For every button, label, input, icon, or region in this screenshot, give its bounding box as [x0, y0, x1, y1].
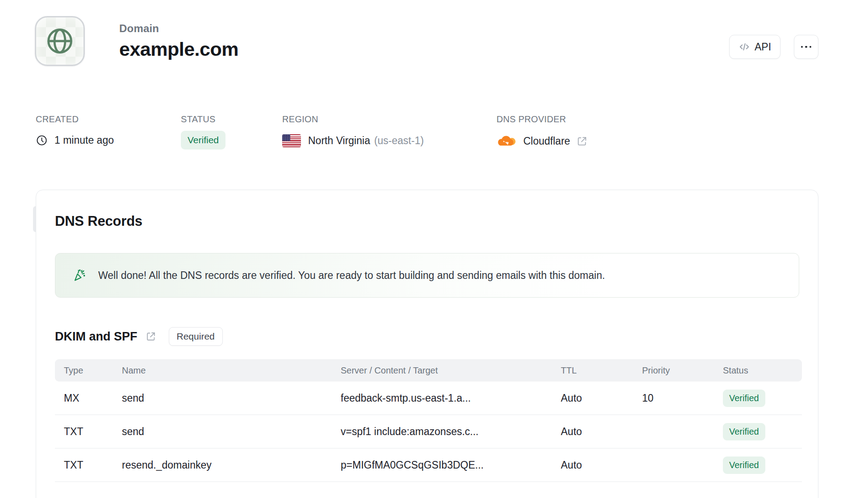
external-link-icon[interactable]: [576, 136, 588, 147]
col-header-ttl: TTL: [552, 365, 633, 376]
cell-name: send: [113, 426, 332, 438]
dkim-spf-title: DKIM and SPF: [55, 330, 138, 344]
header-actions: API: [729, 35, 818, 59]
meta-status: STATUS Verified: [181, 114, 282, 149]
party-popper-icon: [72, 268, 87, 282]
table-header-row: Type Name Server / Content / Target TTL …: [55, 359, 802, 382]
external-link-icon[interactable]: [146, 331, 156, 342]
col-header-content: Server / Content / Target: [332, 365, 552, 376]
api-button-label: API: [755, 41, 771, 53]
us-flag-icon: [282, 134, 301, 147]
cell-ttl: Auto: [552, 459, 633, 471]
meta-region: REGION North Virginia (us-east-1): [282, 114, 497, 149]
cell-content: p=MIGfMA0GCSqGSIb3DQE...: [332, 459, 552, 471]
dns-records-title: DNS Records: [55, 213, 799, 229]
cloudflare-icon: [497, 134, 517, 148]
dns-provider-value: Cloudflare: [523, 135, 570, 147]
domain-avatar: [35, 16, 85, 66]
created-value: 1 minute ago: [54, 134, 114, 146]
dns-provider-label: DNS PROVIDER: [497, 114, 588, 124]
globe-icon: [45, 26, 75, 56]
status-label: STATUS: [181, 114, 282, 124]
col-header-name: Name: [113, 365, 332, 376]
domain-header: Domain example.com: [35, 16, 238, 66]
cell-priority: 10: [633, 392, 714, 404]
status-badge: Verified: [181, 131, 225, 149]
cell-content: feedback-smtp.us-east-1.a...: [332, 392, 552, 404]
verified-badge: Verified: [723, 390, 765, 407]
api-button[interactable]: API: [729, 35, 780, 59]
table-body: MX send feedback-smtp.us-east-1.a... Aut…: [55, 382, 802, 482]
region-value: North Virginia: [308, 135, 370, 147]
cell-ttl: Auto: [552, 426, 633, 438]
domain-meta-row: CREATED 1 minute ago STATUS Verified REG…: [36, 114, 588, 149]
cell-status: Verified: [714, 456, 802, 474]
meta-dns-provider: DNS PROVIDER Cloudflare: [497, 114, 588, 149]
dns-records-card: DNS Records Well done! All the DNS recor…: [36, 190, 818, 498]
domain-eyebrow: Domain: [119, 22, 238, 35]
region-label: REGION: [282, 114, 497, 124]
cell-type: TXT: [55, 459, 113, 471]
table-row[interactable]: TXT resend._domainkey p=MIGfMA0GCSqGSIb3…: [55, 448, 802, 482]
more-options-button[interactable]: [794, 35, 818, 59]
page-title: example.com: [119, 38, 238, 60]
success-banner-text: Well done! All the DNS records are verif…: [98, 270, 605, 282]
col-header-type: Type: [55, 365, 113, 376]
verified-badge: Verified: [723, 456, 765, 474]
cell-type: MX: [55, 392, 113, 404]
cell-type: TXT: [55, 426, 113, 438]
ellipsis-icon: [801, 46, 803, 48]
verified-badge: Verified: [723, 423, 765, 440]
dns-records-table: Type Name Server / Content / Target TTL …: [55, 359, 802, 482]
cell-status: Verified: [714, 423, 802, 440]
cell-name: resend._domainkey: [113, 459, 332, 471]
col-header-status: Status: [714, 365, 802, 376]
code-icon: [739, 41, 750, 53]
cell-content: v=spf1 include:amazonses.c...: [332, 426, 552, 438]
clock-icon: [36, 134, 48, 146]
table-row[interactable]: TXT send v=spf1 include:amazonses.c... A…: [55, 415, 802, 448]
created-label: CREATED: [36, 114, 181, 124]
table-row[interactable]: MX send feedback-smtp.us-east-1.a... Aut…: [55, 382, 802, 415]
cell-ttl: Auto: [552, 392, 633, 404]
cell-name: send: [113, 392, 332, 404]
region-code: (us-east-1): [374, 135, 424, 147]
dkim-spf-section-header: DKIM and SPF Required: [55, 327, 799, 346]
cell-status: Verified: [714, 390, 802, 407]
success-banner: Well done! All the DNS records are verif…: [55, 253, 799, 298]
required-badge: Required: [169, 327, 223, 346]
col-header-priority: Priority: [633, 365, 714, 376]
meta-created: CREATED 1 minute ago: [36, 114, 181, 149]
